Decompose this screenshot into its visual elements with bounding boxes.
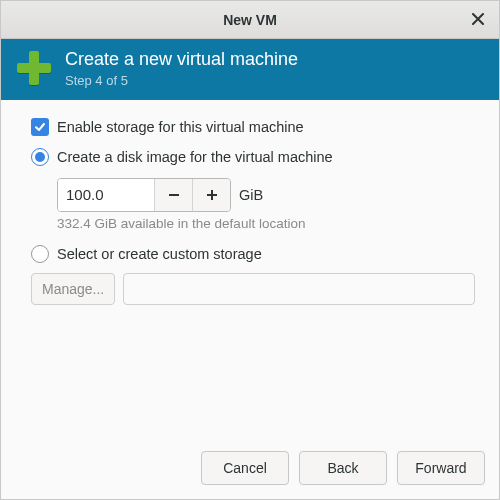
wizard-body: Enable storage for this virtual machine … [1,100,499,441]
create-vm-icon [17,51,51,85]
manage-storage-button[interactable]: Manage... [31,273,115,305]
svg-rect-2 [211,190,213,200]
custom-storage-radio[interactable] [31,245,49,263]
disk-size-decrement[interactable] [154,179,192,211]
close-button[interactable] [465,7,491,33]
checkmark-icon [34,121,46,133]
disk-size-unit: GiB [239,187,263,203]
enable-storage-label: Enable storage for this virtual machine [57,119,304,135]
back-button[interactable]: Back [299,451,387,485]
custom-storage-controls: Manage... [31,273,475,305]
minus-icon [167,188,181,202]
custom-storage-label: Select or create custom storage [57,246,262,262]
wizard-header-text: Create a new virtual machine Step 4 of 5 [65,49,298,88]
wizard-footer: Cancel Back Forward [1,441,499,499]
wizard-step-label: Step 4 of 5 [65,73,298,88]
enable-storage-row[interactable]: Enable storage for this virtual machine [31,118,475,136]
disk-size-increment[interactable] [192,179,230,211]
titlebar: New VM [1,1,499,39]
close-icon [472,11,484,29]
create-disk-radio[interactable] [31,148,49,166]
svg-rect-0 [169,194,179,196]
custom-storage-row[interactable]: Select or create custom storage [31,245,475,263]
disk-size-row: GiB [57,178,475,212]
create-disk-row[interactable]: Create a disk image for the virtual mach… [31,148,475,166]
disk-size-spinbox [57,178,231,212]
enable-storage-checkbox[interactable] [31,118,49,136]
disk-size-input[interactable] [58,179,154,211]
plus-icon [205,188,219,202]
available-space-hint: 332.4 GiB available in the default locat… [57,216,475,231]
create-disk-label: Create a disk image for the virtual mach… [57,149,333,165]
forward-button[interactable]: Forward [397,451,485,485]
wizard-title: Create a new virtual machine [65,49,298,71]
wizard-header: Create a new virtual machine Step 4 of 5 [1,39,499,100]
cancel-button[interactable]: Cancel [201,451,289,485]
window-title: New VM [223,12,277,28]
create-disk-options: GiB 332.4 GiB available in the default l… [57,178,475,245]
new-vm-window: New VM Create a new virtual machine Step… [0,0,500,500]
storage-path-input[interactable] [123,273,475,305]
